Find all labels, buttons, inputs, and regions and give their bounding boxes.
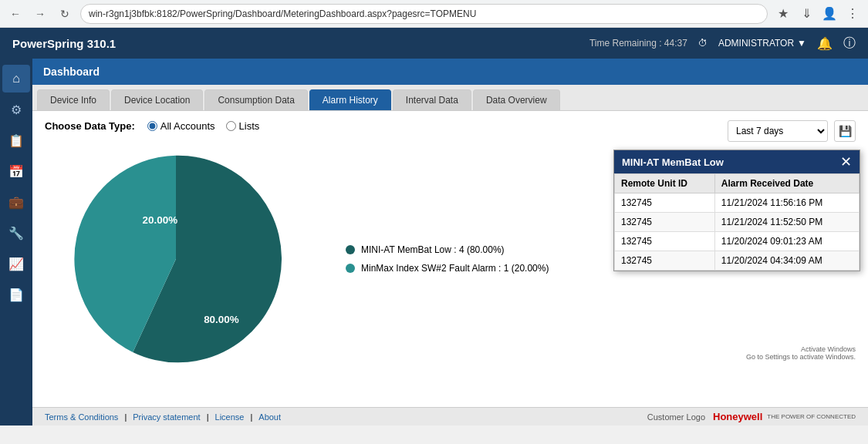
honeywell-text: Honeywell — [713, 411, 762, 422]
pie-chart[interactable]: 20.00% 80.00% — [45, 140, 307, 378]
content-area: Dashboard Device Info Device Location Co… — [32, 59, 868, 426]
main-content: Choose Data Type: All Accounts Lists Las… — [32, 111, 868, 407]
footer-left: Terms & Conditions | Privacy statement |… — [45, 412, 281, 422]
browser-bar: ← → ↻ win-r3gn1j3bfbk:8182/PowerSpring/D… — [0, 0, 868, 28]
sidebar-item-documents[interactable]: 📄 — [2, 281, 30, 308]
tabs-bar: Device Info Device Location Consumption … — [32, 85, 868, 111]
remote-unit-id-4: 132745 — [615, 251, 715, 271]
license-link[interactable]: License — [215, 412, 245, 422]
bookmark-button[interactable]: ★ — [774, 5, 792, 23]
radio-lists[interactable]: Lists — [226, 120, 260, 132]
tab-device-location[interactable]: Device Location — [111, 89, 203, 110]
footer-sep-3: | — [250, 412, 252, 422]
date-range-select[interactable]: Last 7 days Last 30 days Last 90 days Cu… — [728, 120, 828, 142]
footer-sep-1: | — [124, 412, 127, 422]
data-type-label: Choose Data Type: — [45, 120, 135, 132]
about-link[interactable]: About — [258, 412, 281, 422]
chevron-down-icon: ▼ — [797, 38, 806, 49]
terms-link[interactable]: Terms & Conditions — [45, 412, 118, 422]
popup-header: MINI-AT MemBat Low ✕ — [614, 150, 860, 173]
legend-item-1: MINI-AT MemBat Low : 4 (80.00%) — [346, 244, 549, 255]
sidebar-item-briefcase[interactable]: 💼 — [2, 188, 30, 216]
popup-title: MINI-AT MemBat Low — [622, 156, 724, 168]
sidebar-item-calendar[interactable]: 📅 — [2, 157, 30, 185]
alarm-date-3: 11/20/2024 09:01:23 AM — [714, 232, 859, 251]
url-text: win-r3gn1j3bfbk:8182/PowerSpring/Dashboa… — [89, 8, 476, 19]
export-button[interactable]: 💾 — [834, 120, 856, 142]
alarm-date-2: 11/21/2024 11:52:50 PM — [714, 213, 859, 232]
time-remaining: Time Remaining : 44:37 — [589, 38, 687, 49]
remote-unit-id-3: 132745 — [615, 232, 715, 251]
col-alarm-received-date: Alarm Received Date — [714, 174, 859, 193]
sidebar-item-trends[interactable]: 📈 — [2, 250, 30, 278]
filter-row: Last 7 days Last 30 days Last 90 days Cu… — [728, 120, 856, 142]
back-button[interactable]: ← — [6, 5, 25, 23]
address-bar[interactable]: win-r3gn1j3bfbk:8182/PowerSpring/Dashboa… — [80, 4, 768, 24]
footer-right: Customer Logo Honeywell THE POWER OF CON… — [647, 411, 856, 422]
popup-table: MINI-AT MemBat Low ✕ Remote Unit ID Alar… — [613, 150, 860, 271]
table-row: 132745 11/21/2024 11:56:16 PM — [615, 193, 860, 213]
remote-unit-id-2: 132745 — [615, 213, 715, 232]
alarm-date-4: 11/20/2024 04:34:09 AM — [714, 251, 859, 271]
admin-label: ADMINISTRATOR — [718, 38, 794, 49]
table-row: 132745 11/20/2024 09:01:23 AM — [615, 232, 860, 251]
legend-label-2: MinMax Index SW#2 Fault Alarm : 1 (20.00… — [361, 263, 549, 274]
admin-button[interactable]: ADMINISTRATOR ▼ — [718, 38, 806, 49]
legend-label-1: MINI-AT MemBat Low : 4 (80.00%) — [361, 244, 505, 255]
menu-button[interactable]: ⋮ — [843, 5, 862, 23]
clock-icon: ⏱ — [698, 38, 708, 49]
dashboard-title: Dashboard — [43, 66, 100, 78]
customer-logo-label: Customer Logo — [647, 412, 705, 422]
alarm-date-1: 11/21/2024 11:56:16 PM — [714, 193, 859, 213]
app-title: PowerSpring 310.1 — [12, 37, 116, 50]
tab-interval-data[interactable]: Interval Data — [393, 89, 471, 110]
refresh-button[interactable]: ↻ — [56, 5, 74, 23]
tab-alarm-history[interactable]: Alarm History — [309, 89, 391, 110]
alarm-table: Remote Unit ID Alarm Received Date 13274… — [614, 173, 860, 271]
legend-dot-2 — [346, 264, 355, 273]
sidebar-item-home[interactable]: ⌂ — [2, 65, 30, 92]
legend-item-2: MinMax Index SW#2 Fault Alarm : 1 (20.00… — [346, 263, 549, 274]
radio-all-accounts-input[interactable] — [147, 121, 157, 131]
footer-sep-2: | — [207, 412, 209, 422]
chart-legend: MINI-AT MemBat Low : 4 (80.00%) MinMax I… — [346, 244, 549, 274]
windows-activate-notice: Activate Windows Go to Settings to activ… — [746, 345, 856, 361]
table-row: 132745 11/20/2024 04:34:09 AM — [615, 251, 860, 271]
activate-line1: Activate Windows — [746, 345, 856, 353]
col-remote-unit-id: Remote Unit ID — [615, 174, 715, 193]
main-layout: ⌂ ⚙ 📋 📅 💼 🔧 📈 📄 Dashboard Device Info De… — [0, 59, 868, 426]
remote-unit-id-1: 132745 — [615, 193, 715, 213]
footer: Terms & Conditions | Privacy statement |… — [32, 407, 868, 426]
sidebar-item-tools[interactable]: 🔧 — [2, 219, 30, 247]
popup-close-button[interactable]: ✕ — [840, 155, 852, 169]
download-button[interactable]: ⇓ — [797, 5, 816, 23]
table-row: 132745 11/21/2024 11:52:50 PM — [615, 213, 860, 232]
dashboard-header: Dashboard — [32, 59, 868, 85]
export-icon: 💾 — [839, 125, 852, 137]
tab-data-overview[interactable]: Data Overview — [473, 89, 560, 110]
browser-actions: ★ ⇓ 👤 ⋮ — [774, 5, 862, 23]
radio-all-accounts[interactable]: All Accounts — [147, 120, 215, 132]
sidebar-item-settings[interactable]: ⚙ — [2, 96, 30, 123]
tab-device-info[interactable]: Device Info — [37, 89, 110, 110]
honeywell-logo: Honeywell THE POWER OF CONNECTED — [713, 411, 856, 422]
tab-consumption-data[interactable]: Consumption Data — [204, 89, 307, 110]
honeywell-sub: THE POWER OF CONNECTED — [767, 413, 856, 420]
help-button[interactable]: ⓘ — [843, 35, 856, 52]
sidebar-item-reports[interactable]: 📋 — [2, 126, 30, 154]
header-right: Time Remaining : 44:37 ⏱ ADMINISTRATOR ▼… — [589, 35, 856, 52]
pie-label-80: 80.00% — [204, 314, 239, 325]
radio-lists-input[interactable] — [226, 121, 236, 131]
profile-button[interactable]: 👤 — [820, 5, 839, 23]
privacy-link[interactable]: Privacy statement — [133, 412, 200, 422]
forward-button[interactable]: → — [31, 5, 49, 23]
radio-group: All Accounts Lists — [147, 120, 260, 132]
app-header: PowerSpring 310.1 Time Remaining : 44:37… — [0, 28, 868, 59]
pie-label-20: 20.00% — [143, 214, 178, 226]
notification-button[interactable]: 🔔 — [817, 36, 833, 51]
sidebar: ⌂ ⚙ 📋 📅 💼 🔧 📈 📄 — [0, 59, 32, 426]
legend-dot-1 — [346, 245, 355, 254]
pie-svg: 20.00% 80.00% — [45, 140, 307, 378]
activate-line2: Go to Settings to activate Windows. — [746, 353, 856, 361]
